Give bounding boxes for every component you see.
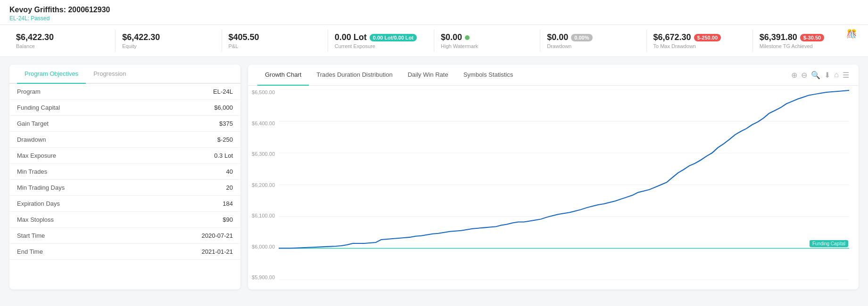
balance-label: Balance bbox=[16, 43, 108, 49]
zoom-in-icon[interactable]: ⊕ bbox=[791, 71, 797, 80]
row-label: Drawdown bbox=[9, 132, 142, 148]
y-label-6400: $6,400.00 bbox=[252, 121, 275, 126]
row-label: Start Time bbox=[9, 228, 142, 244]
row-label: End Time bbox=[9, 244, 142, 260]
watermark-label: High Watermark bbox=[441, 43, 533, 49]
tab-trades-duration[interactable]: Trades Duration Distribution bbox=[309, 64, 400, 86]
chart-tabs: Growth Chart Trades Duration Distributio… bbox=[248, 64, 859, 86]
table-row: Min Trades 40 bbox=[9, 164, 240, 180]
tab-growth-chart[interactable]: Growth Chart bbox=[257, 64, 309, 86]
left-panel-tabs: Program Objectives Progression bbox=[9, 64, 240, 84]
y-axis: $6,500.00 $6,400.00 $6,300.00 $6,200.00 … bbox=[248, 89, 279, 280]
home-icon[interactable]: ⌂ bbox=[834, 71, 839, 79]
table-row: Start Time 2020-07-21 bbox=[9, 228, 240, 244]
row-value: 20 bbox=[142, 180, 240, 196]
menu-icon[interactable]: ☰ bbox=[843, 71, 849, 80]
zoom-out-icon[interactable]: ⊖ bbox=[801, 71, 807, 80]
stat-max-drawdown: $6,672.30 $-250.00 To Max Drawdown bbox=[647, 30, 753, 52]
equity-label: Equity bbox=[122, 43, 215, 49]
row-label: Max Stoploss bbox=[9, 212, 142, 228]
stats-bar: $6,422.30 Balance $6,422.30 Equity $405.… bbox=[0, 25, 868, 57]
tab-symbols-statistics[interactable]: Symbols Statistics bbox=[456, 64, 521, 86]
funding-capital-label: Funding Capital bbox=[810, 240, 848, 247]
table-row: Min Trading Days 20 bbox=[9, 180, 240, 196]
stat-pnl: $405.50 P&L bbox=[222, 30, 328, 52]
pnl-label: P&L bbox=[229, 43, 321, 49]
chart-toolbar: ⊕ ⊖ 🔍 ⬇ ⌂ ☰ bbox=[791, 67, 849, 83]
row-label: Min Trades bbox=[9, 164, 142, 180]
drawdown-value: $0.00 0.00% bbox=[547, 32, 639, 42]
pnl-value: $405.50 bbox=[229, 32, 321, 42]
row-value: $6,000 bbox=[142, 100, 240, 116]
row-label: Expiration Days bbox=[9, 196, 142, 212]
row-value: $375 bbox=[142, 116, 240, 132]
growth-line bbox=[279, 90, 849, 248]
table-row: End Time 2021-01-21 bbox=[9, 244, 240, 260]
objectives-table: Program EL-24L Funding Capital $6,000 Ga… bbox=[9, 84, 240, 260]
y-label-6500: $6,500.00 bbox=[252, 89, 275, 95]
chart-area: $6,500.00 $6,400.00 $6,300.00 $6,200.00 … bbox=[248, 86, 859, 290]
y-label-5900: $5,900.00 bbox=[252, 274, 275, 280]
row-value: $90 bbox=[142, 212, 240, 228]
stat-drawdown: $0.00 0.00% Drawdown bbox=[540, 30, 646, 52]
milestone-label: Milestone TG Achieved bbox=[760, 43, 852, 49]
main-content: Program Objectives Progression Program E… bbox=[0, 57, 868, 297]
page-title: Kevoy Griffiths: 2000612930 bbox=[9, 6, 859, 14]
page-header: Kevoy Griffiths: 2000612930 EL-24L: Pass… bbox=[0, 0, 868, 25]
stat-watermark: $0.00 High Watermark bbox=[434, 30, 540, 52]
row-label: Gain Target bbox=[9, 116, 142, 132]
row-value: 2020-07-21 bbox=[142, 228, 240, 244]
stat-equity: $6,422.30 Equity bbox=[116, 30, 222, 52]
table-row: Drawdown $-250 bbox=[9, 132, 240, 148]
row-value: 0.3 Lot bbox=[142, 148, 240, 164]
max-drawdown-label: To Max Drawdown bbox=[653, 43, 746, 49]
milestone-badge: $-30.50 bbox=[800, 34, 824, 41]
growth-chart-svg bbox=[279, 89, 849, 280]
confetti-decoration: 🎊 bbox=[846, 29, 857, 39]
tab-daily-win-rate[interactable]: Daily Win Rate bbox=[400, 64, 456, 86]
left-panel: Program Objectives Progression Program E… bbox=[9, 64, 240, 290]
tab-program-objectives[interactable]: Program Objectives bbox=[17, 64, 86, 84]
table-row: Program EL-24L bbox=[9, 84, 240, 100]
max-drawdown-badge: $-250.00 bbox=[694, 34, 721, 41]
table-row: Gain Target $375 bbox=[9, 116, 240, 132]
stat-exposure: 0.00 Lot 0.00 Lot/0.00 Lot Current Expos… bbox=[328, 30, 434, 52]
row-label: Funding Capital bbox=[9, 100, 142, 116]
y-label-6300: $6,300.00 bbox=[252, 151, 275, 157]
watermark-dot bbox=[465, 35, 470, 40]
row-value: $-250 bbox=[142, 132, 240, 148]
row-value: 2021-01-21 bbox=[142, 244, 240, 260]
download-icon[interactable]: ⬇ bbox=[824, 71, 830, 80]
row-value: 184 bbox=[142, 196, 240, 212]
exposure-label: Current Exposure bbox=[335, 43, 427, 49]
y-label-6000: $6,000.00 bbox=[252, 244, 275, 250]
balance-value: $6,422.30 bbox=[16, 32, 108, 42]
tab-progression[interactable]: Progression bbox=[86, 64, 133, 84]
watermark-value: $0.00 bbox=[441, 32, 533, 42]
exposure-badge: 0.00 Lot/0.00 Lot bbox=[370, 34, 417, 41]
row-label: Min Trading Days bbox=[9, 180, 142, 196]
milestone-value: $6,391.80 $-30.50 🎊 bbox=[760, 32, 852, 42]
row-label: Program bbox=[9, 84, 142, 100]
account-status: EL-24L: Passed bbox=[9, 15, 859, 22]
table-row: Max Exposure 0.3 Lot bbox=[9, 148, 240, 164]
stat-milestone: $6,391.80 $-30.50 🎊 Milestone TG Achieve… bbox=[753, 30, 859, 52]
drawdown-label: Drawdown bbox=[547, 43, 639, 49]
row-value: EL-24L bbox=[142, 84, 240, 100]
y-label-6100: $6,100.00 bbox=[252, 213, 275, 218]
drawdown-badge: 0.00% bbox=[571, 34, 592, 41]
max-drawdown-value: $6,672.30 $-250.00 bbox=[653, 32, 746, 42]
table-row: Max Stoploss $90 bbox=[9, 212, 240, 228]
right-panel: Growth Chart Trades Duration Distributio… bbox=[248, 64, 859, 290]
table-row: Expiration Days 184 bbox=[9, 196, 240, 212]
exposure-value: 0.00 Lot 0.00 Lot/0.00 Lot bbox=[335, 32, 427, 42]
table-row: Funding Capital $6,000 bbox=[9, 100, 240, 116]
stat-balance: $6,422.30 Balance bbox=[9, 30, 116, 52]
search-icon[interactable]: 🔍 bbox=[811, 71, 820, 80]
y-label-6200: $6,200.00 bbox=[252, 182, 275, 188]
equity-value: $6,422.30 bbox=[122, 32, 215, 42]
row-label: Max Exposure bbox=[9, 148, 142, 164]
row-value: 40 bbox=[142, 164, 240, 180]
